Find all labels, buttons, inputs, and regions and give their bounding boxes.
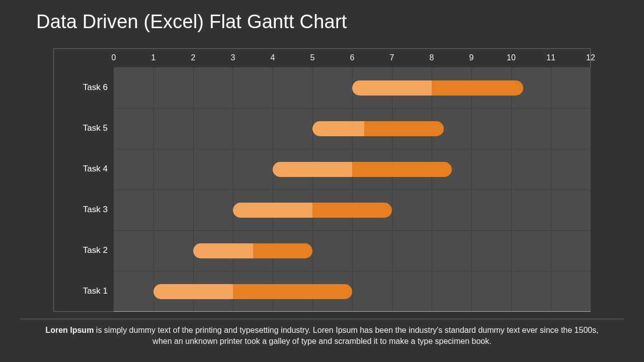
gantt-segment-2 — [364, 121, 444, 136]
x-tick-label: 7 — [390, 53, 394, 62]
x-tick-label: 2 — [191, 53, 196, 62]
x-tick-label: 12 — [586, 53, 595, 62]
gantt-segment-1 — [352, 80, 432, 96]
gantt-segment-2 — [352, 162, 452, 177]
footer-text: Loren Ipsum is simply dummy text of the … — [40, 325, 604, 346]
gantt-segment-2 — [432, 80, 523, 96]
x-tick-label: 4 — [271, 53, 275, 62]
gantt-segment-1 — [312, 121, 364, 136]
grid-line-horizontal — [114, 190, 591, 190]
gantt-segment-1 — [233, 203, 312, 218]
gantt-row — [114, 80, 591, 96]
grid-line-horizontal — [114, 271, 591, 272]
x-tick-label: 8 — [430, 53, 434, 62]
gantt-chart: 0123456789101112 Task 6Task 5Task 4Task … — [53, 48, 591, 312]
gantt-segment-1 — [153, 284, 233, 299]
x-tick-label: 9 — [469, 53, 474, 62]
x-tick-label: 5 — [310, 53, 315, 62]
gantt-row — [114, 162, 591, 177]
page-title: Data Driven (Excel) Flat Gantt Chart — [36, 11, 347, 33]
gantt-segment-2 — [253, 243, 313, 258]
y-tick-label: Task 4 — [53, 164, 108, 174]
gantt-segment-1 — [193, 243, 253, 258]
gantt-row — [114, 121, 591, 136]
x-tick-label: 1 — [151, 53, 156, 62]
x-tick-label: 10 — [507, 53, 516, 62]
gantt-segment-2 — [233, 284, 352, 299]
gantt-segment-1 — [273, 162, 352, 177]
grid-line-horizontal — [114, 108, 591, 109]
y-tick-label: Task 2 — [53, 245, 108, 255]
y-tick-label: Task 1 — [53, 286, 108, 296]
x-axis-line — [114, 311, 591, 312]
y-tick-label: Task 3 — [53, 205, 108, 215]
divider — [20, 319, 624, 319]
grid-line-horizontal — [114, 149, 591, 149]
y-tick-label: Task 6 — [53, 82, 108, 93]
footer-lead: Loren Ipsum — [45, 326, 94, 334]
x-tick-label: 11 — [546, 53, 555, 62]
x-tick-label: 3 — [231, 53, 235, 62]
y-tick-label: Task 5 — [53, 123, 108, 133]
gantt-row — [114, 284, 591, 299]
plot-area — [114, 67, 591, 312]
x-tick-label: 6 — [350, 53, 355, 62]
footer-rest: is simply dummy text of the printing and… — [94, 326, 598, 345]
grid-line-horizontal — [114, 230, 591, 231]
gantt-row — [114, 203, 591, 218]
gantt-row — [114, 243, 591, 258]
gantt-segment-2 — [312, 203, 392, 218]
x-tick-label: 0 — [112, 53, 116, 62]
